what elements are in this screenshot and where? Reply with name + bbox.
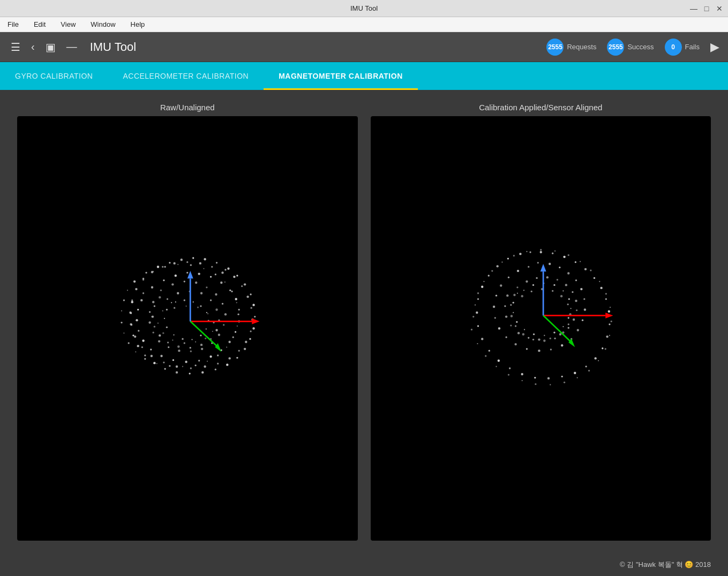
svg-point-228 xyxy=(581,320,583,321)
svg-point-312 xyxy=(470,329,472,330)
svg-point-112 xyxy=(215,329,217,331)
svg-point-265 xyxy=(523,290,524,291)
svg-point-191 xyxy=(574,261,576,263)
svg-point-132 xyxy=(182,338,183,340)
svg-point-304 xyxy=(563,382,565,383)
svg-point-161 xyxy=(228,357,230,359)
svg-point-56 xyxy=(140,299,142,301)
svg-point-298 xyxy=(610,321,612,322)
svg-point-76 xyxy=(152,301,154,303)
svg-point-92 xyxy=(232,336,234,338)
menu-file[interactable]: File xyxy=(4,19,22,29)
minimize-button[interactable]: — xyxy=(689,4,698,13)
tab-accel[interactable]: ACCELEROMETER CALIBRATION xyxy=(108,62,264,90)
right-panel-label: Calibration Applied/Sensor Aligned xyxy=(371,103,711,112)
maximize-button[interactable]: □ xyxy=(702,4,711,13)
svg-point-238 xyxy=(494,317,496,319)
svg-point-131 xyxy=(191,339,192,340)
svg-point-116 xyxy=(177,345,179,347)
svg-point-299 xyxy=(609,335,610,336)
svg-point-211 xyxy=(477,325,478,327)
svg-point-310 xyxy=(485,355,486,357)
svg-point-7 xyxy=(216,262,217,263)
svg-point-110 xyxy=(215,308,217,310)
svg-point-226 xyxy=(583,298,585,300)
svg-point-18 xyxy=(226,363,228,366)
play-button[interactable]: ▶ xyxy=(710,40,719,54)
svg-point-153 xyxy=(233,276,235,278)
svg-point-198 xyxy=(606,336,608,338)
svg-point-102 xyxy=(164,266,166,268)
svg-point-114 xyxy=(200,344,202,346)
right-canvas xyxy=(371,116,711,541)
svg-point-233 xyxy=(538,350,540,352)
svg-point-158 xyxy=(250,330,251,332)
svg-point-130 xyxy=(200,335,201,336)
title-bar: IMU Tool — □ ✕ xyxy=(0,0,728,17)
svg-point-95 xyxy=(236,302,237,303)
svg-point-165 xyxy=(176,366,178,368)
svg-point-105 xyxy=(167,298,168,300)
svg-point-308 xyxy=(507,374,509,375)
svg-point-73 xyxy=(153,332,154,334)
svg-point-164 xyxy=(190,367,192,369)
minus-icon[interactable]: — xyxy=(64,39,79,55)
svg-point-251 xyxy=(572,291,573,293)
svg-point-3 xyxy=(169,262,170,263)
svg-point-108 xyxy=(200,292,202,294)
svg-point-150 xyxy=(162,332,164,334)
svg-point-220 xyxy=(537,262,538,263)
svg-point-229 xyxy=(576,329,579,331)
svg-point-151 xyxy=(157,323,159,324)
svg-point-85 xyxy=(156,363,157,364)
tab-gyro[interactable]: GYRO CALIBRATION xyxy=(0,62,108,90)
svg-point-32 xyxy=(151,286,153,289)
svg-point-325 xyxy=(522,333,524,335)
svg-point-224 xyxy=(575,279,576,281)
svg-point-204 xyxy=(547,377,549,379)
svg-point-25 xyxy=(144,354,146,356)
success-stat: 2555 Success xyxy=(607,39,654,56)
menu-edit[interactable]: Edit xyxy=(31,19,49,29)
svg-point-134 xyxy=(166,327,168,328)
svg-point-4 xyxy=(181,259,183,261)
svg-point-258 xyxy=(538,338,540,340)
svg-point-66 xyxy=(218,334,220,336)
svg-point-123 xyxy=(175,301,176,302)
layout-icon[interactable]: ▣ xyxy=(43,39,58,56)
title-bar-controls: — □ ✕ xyxy=(689,4,724,13)
svg-point-71 xyxy=(168,346,169,348)
tab-mag[interactable]: MAGNETOMETER CALIBRATION xyxy=(264,62,418,90)
svg-point-16 xyxy=(244,348,246,350)
svg-point-323 xyxy=(543,339,545,342)
svg-point-64 xyxy=(224,313,227,315)
menu-window[interactable]: Window xyxy=(87,19,118,29)
svg-point-193 xyxy=(593,277,595,279)
svg-point-156 xyxy=(251,307,252,309)
svg-point-139 xyxy=(162,310,163,312)
svg-point-219 xyxy=(529,251,531,253)
svg-point-142 xyxy=(197,306,199,308)
svg-point-288 xyxy=(513,255,514,256)
menu-view[interactable]: View xyxy=(57,19,79,29)
svg-point-44 xyxy=(228,341,230,343)
svg-point-129 xyxy=(206,329,207,330)
svg-point-63 xyxy=(222,303,223,305)
svg-point-281 xyxy=(516,293,517,294)
svg-point-8 xyxy=(227,268,229,270)
svg-point-69 xyxy=(190,351,192,352)
back-icon[interactable]: ‹ xyxy=(29,39,37,55)
svg-point-266 xyxy=(532,284,534,286)
menu-help[interactable]: Help xyxy=(127,19,148,29)
svg-point-201 xyxy=(585,366,587,367)
svg-point-176 xyxy=(162,266,163,268)
svg-point-292 xyxy=(567,254,569,256)
svg-point-263 xyxy=(504,305,506,307)
svg-point-167 xyxy=(151,355,153,357)
menu-icon[interactable]: ☰ xyxy=(9,39,22,56)
close-button[interactable]: ✕ xyxy=(715,4,724,13)
svg-point-245 xyxy=(516,286,518,288)
svg-point-326 xyxy=(514,325,516,327)
svg-point-177 xyxy=(173,262,175,264)
svg-point-145 xyxy=(212,331,213,332)
